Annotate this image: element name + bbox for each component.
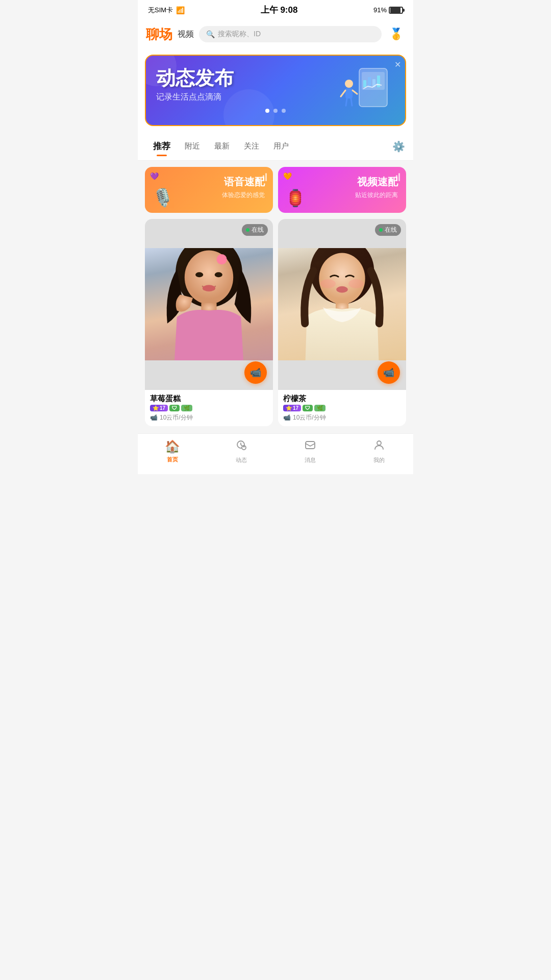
- tab-nearby[interactable]: 附近: [178, 139, 207, 153]
- app-logo: 聊场: [146, 26, 172, 43]
- online-badge-2: 在线: [375, 224, 401, 236]
- voice-match-card[interactable]: 💜 语音速配 体验恋爱的感觉 🎙️: [145, 167, 273, 213]
- home-icon: 🏠: [165, 439, 180, 454]
- video-card-icon: 🏮: [285, 188, 306, 208]
- header: 聊场 视频 🔍 搜索昵称、ID 🥇: [138, 20, 413, 48]
- shield-badge-1: 🛡: [169, 405, 180, 411]
- svg-point-19: [217, 254, 227, 264]
- user-photo-bg-2: [278, 248, 406, 360]
- video-icon-2: 📹: [283, 414, 291, 421]
- profile-label: 我的: [373, 456, 385, 464]
- svg-point-15: [195, 273, 203, 278]
- online-label-2: 在线: [385, 226, 397, 234]
- svg-rect-5: [377, 76, 380, 87]
- svg-point-29: [377, 441, 381, 445]
- heart-decoration: 💜: [150, 172, 159, 180]
- status-left: 无SIM卡 📶: [148, 6, 185, 15]
- message-icon: [304, 439, 316, 454]
- call-button-2[interactable]: 📹: [378, 361, 400, 384]
- user-card-1[interactable]: 在线 📹 草莓蛋糕 ⭐17 🛡 🌿 📹 10云币/分钟: [145, 219, 273, 426]
- medal-icon: 🥇: [389, 28, 403, 41]
- tab-latest[interactable]: 最新: [207, 139, 237, 153]
- signal-bars: [260, 173, 267, 181]
- svg-line-8: [341, 90, 345, 96]
- svg-line-9: [353, 90, 357, 94]
- search-icon: 🔍: [206, 30, 215, 38]
- svg-rect-2: [363, 80, 366, 87]
- svg-rect-3: [368, 77, 371, 87]
- svg-point-23: [348, 279, 364, 288]
- video-card-title: 视频速配: [286, 175, 398, 189]
- user-photo-1: 在线 📹: [145, 219, 273, 390]
- online-label-1: 在线: [252, 226, 264, 234]
- svg-point-17: [203, 285, 215, 292]
- user-badges-2: ⭐17 🛡 🌿: [283, 405, 401, 411]
- sim-status: 无SIM卡: [148, 6, 173, 15]
- nav-dynamic[interactable]: 动态: [226, 439, 257, 464]
- status-bar: 无SIM卡 📶 上午 9:08 91%: [138, 0, 413, 20]
- battery-percent: 91%: [373, 6, 387, 14]
- signal-bars-2: [393, 173, 400, 181]
- leaf-badge-1: 🌿: [181, 405, 192, 411]
- nav-message[interactable]: 消息: [295, 439, 325, 464]
- star-badge-1: ⭐17: [150, 405, 168, 411]
- leaf-badge-2: 🌿: [314, 405, 325, 411]
- svg-point-6: [345, 80, 353, 88]
- bottom-nav: 🏠 首页 动态 消息 我的: [138, 433, 413, 474]
- message-label: 消息: [305, 456, 316, 464]
- user-badges-1: ⭐17 🛡 🌿: [150, 405, 268, 411]
- tab-users[interactable]: 用户: [266, 139, 296, 153]
- user-photo-bg-1: [145, 248, 273, 360]
- voice-card-title: 语音速配: [153, 175, 265, 189]
- status-right: 91%: [373, 6, 403, 14]
- nav-home[interactable]: 🏠 首页: [157, 439, 188, 463]
- star-badge-2: ⭐17: [283, 405, 301, 411]
- user-name-1: 草莓蛋糕: [150, 394, 268, 404]
- user-photo-2: 在线 📹: [278, 219, 406, 390]
- app-subtitle: 视频: [178, 29, 194, 40]
- medal-button[interactable]: 🥇: [387, 25, 405, 43]
- tab-follow[interactable]: 关注: [237, 139, 266, 153]
- online-dot-2: [379, 228, 383, 232]
- banner-illustration: [318, 61, 400, 122]
- svg-rect-28: [306, 442, 315, 449]
- shield-badge-2: 🛡: [303, 405, 313, 411]
- user-price-2: 📹 10云币/分钟: [283, 413, 401, 422]
- profile-icon: [373, 439, 385, 454]
- status-time: 上午 9:08: [261, 4, 298, 16]
- svg-line-10: [346, 99, 347, 106]
- dot-3: [282, 109, 286, 113]
- online-dot-1: [246, 228, 249, 232]
- banner[interactable]: ✕ 动态发布 记录生活点点滴滴: [145, 55, 406, 126]
- category-tabs: 推荐 附近 最新 关注 用户 ⚙️: [138, 132, 413, 161]
- svg-point-24: [336, 286, 348, 293]
- svg-point-16: [215, 273, 222, 278]
- home-label: 首页: [167, 456, 178, 463]
- dynamic-icon: [235, 439, 247, 454]
- search-placeholder: 搜索昵称、ID: [218, 30, 261, 39]
- video-match-card[interactable]: 🧡 视频速配 贴近彼此的距离 🏮: [278, 167, 406, 213]
- wifi-icon: 📶: [176, 6, 185, 14]
- svg-point-22: [320, 279, 336, 288]
- dynamic-label: 动态: [236, 456, 247, 464]
- svg-line-11: [351, 99, 352, 106]
- user-info-1: 草莓蛋糕 ⭐17 🛡 🌿 📹 10云币/分钟: [145, 390, 273, 426]
- online-badge-1: 在线: [242, 224, 268, 236]
- user-info-2: 柠檬茶 ⭐17 🛡 🌿 📹 10云币/分钟: [278, 390, 406, 426]
- user-card-2[interactable]: 在线 📹 柠檬茶 ⭐17 🛡 🌿 📹 10云币/分钟: [278, 219, 406, 426]
- video-icon-1: 📹: [150, 414, 158, 421]
- banner-wrapper: ✕ 动态发布 记录生活点点滴滴: [138, 48, 413, 132]
- tab-recommend[interactable]: 推荐: [146, 138, 178, 154]
- search-bar[interactable]: 🔍 搜索昵称、ID: [199, 26, 382, 42]
- svg-rect-7: [345, 88, 353, 99]
- heart-decoration-2: 🧡: [283, 172, 292, 180]
- user-name-2: 柠檬茶: [283, 394, 401, 404]
- call-button-1[interactable]: 📹: [244, 361, 267, 384]
- svg-point-21: [319, 253, 365, 304]
- user-price-1: 📹 10云币/分钟: [150, 413, 268, 422]
- voice-card-icon: 🎙️: [152, 187, 173, 208]
- nav-profile[interactable]: 我的: [364, 439, 394, 464]
- user-cards-section: 在线 📹 草莓蛋糕 ⭐17 🛡 🌿 📹 10云币/分钟: [138, 219, 413, 433]
- filter-icon[interactable]: ⚙️: [392, 140, 405, 153]
- quick-cards-section: 💜 语音速配 体验恋爱的感觉 🎙️ 🧡 视频速配 贴近彼此的距离 🏮: [138, 161, 413, 219]
